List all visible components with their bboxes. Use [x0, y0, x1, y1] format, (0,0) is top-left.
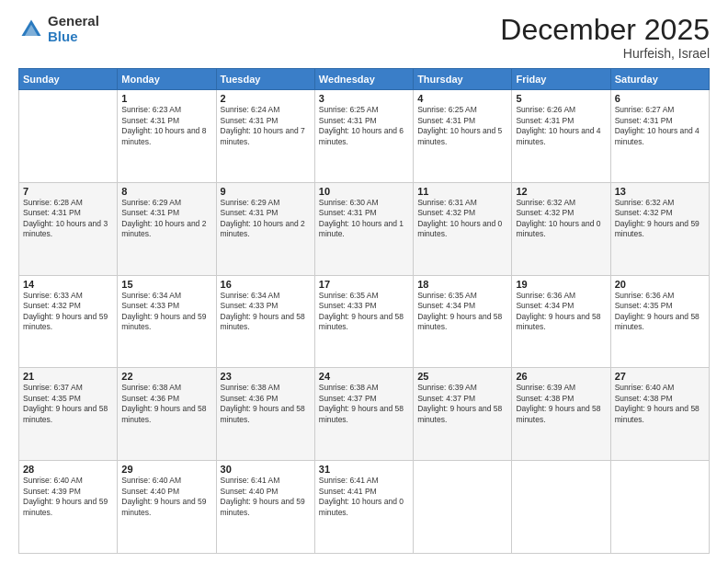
calendar-cell: 23Sunrise: 6:38 AM Sunset: 4:36 PM Dayli… [216, 368, 314, 461]
calendar-cell: 12Sunrise: 6:32 AM Sunset: 4:32 PM Dayli… [512, 182, 610, 275]
day-detail: Sunrise: 6:29 AM Sunset: 4:31 PM Dayligh… [221, 198, 311, 240]
calendar-week-row: 1Sunrise: 6:23 AM Sunset: 4:31 PM Daylig… [19, 90, 710, 183]
day-detail: Sunrise: 6:35 AM Sunset: 4:33 PM Dayligh… [319, 291, 409, 333]
calendar-cell: 31Sunrise: 6:41 AM Sunset: 4:41 PM Dayli… [314, 461, 413, 554]
day-number: 15 [121, 279, 211, 290]
calendar-cell: 9Sunrise: 6:29 AM Sunset: 4:31 PM Daylig… [216, 182, 314, 275]
day-number: 10 [319, 186, 409, 197]
day-number: 16 [221, 279, 311, 290]
day-detail: Sunrise: 6:26 AM Sunset: 4:31 PM Dayligh… [516, 105, 606, 147]
calendar-cell: 2Sunrise: 6:24 AM Sunset: 4:31 PM Daylig… [216, 90, 314, 183]
calendar-table: SundayMondayTuesdayWednesdayThursdayFrid… [18, 68, 710, 554]
day-number: 17 [319, 279, 409, 290]
calendar-cell: 27Sunrise: 6:40 AM Sunset: 4:38 PM Dayli… [610, 368, 709, 461]
day-number: 9 [221, 186, 311, 197]
day-detail: Sunrise: 6:24 AM Sunset: 4:31 PM Dayligh… [221, 105, 311, 147]
day-number: 3 [319, 93, 409, 104]
day-number: 12 [516, 186, 606, 197]
day-of-week-header: Wednesday [314, 69, 413, 90]
calendar-cell: 28Sunrise: 6:40 AM Sunset: 4:39 PM Dayli… [19, 461, 118, 554]
day-detail: Sunrise: 6:29 AM Sunset: 4:31 PM Dayligh… [121, 198, 211, 240]
day-of-week-header: Thursday [414, 69, 512, 90]
day-number: 13 [615, 186, 705, 197]
calendar-cell: 7Sunrise: 6:28 AM Sunset: 4:31 PM Daylig… [19, 182, 118, 275]
day-detail: Sunrise: 6:38 AM Sunset: 4:36 PM Dayligh… [121, 383, 211, 425]
logo-general-text: General [48, 14, 99, 29]
logo-text: General Blue [48, 14, 99, 44]
day-detail: Sunrise: 6:25 AM Sunset: 4:31 PM Dayligh… [417, 105, 507, 147]
day-detail: Sunrise: 6:40 AM Sunset: 4:39 PM Dayligh… [23, 476, 113, 518]
day-of-week-header: Sunday [19, 69, 118, 90]
calendar-cell: 10Sunrise: 6:30 AM Sunset: 4:31 PM Dayli… [314, 182, 413, 275]
day-number: 25 [417, 371, 507, 382]
calendar-cell [19, 90, 118, 183]
day-of-week-header: Tuesday [216, 69, 314, 90]
header: General Blue December 2025 Hurfeish, Isr… [18, 14, 710, 61]
calendar-cell: 13Sunrise: 6:32 AM Sunset: 4:32 PM Dayli… [610, 182, 709, 275]
month-title: December 2025 [500, 14, 710, 46]
calendar-cell [610, 461, 709, 554]
calendar-cell: 11Sunrise: 6:31 AM Sunset: 4:32 PM Dayli… [414, 182, 512, 275]
calendar-week-row: 14Sunrise: 6:33 AM Sunset: 4:32 PM Dayli… [19, 275, 710, 368]
day-detail: Sunrise: 6:33 AM Sunset: 4:32 PM Dayligh… [23, 291, 113, 333]
calendar-cell: 6Sunrise: 6:27 AM Sunset: 4:31 PM Daylig… [610, 90, 709, 183]
day-detail: Sunrise: 6:25 AM Sunset: 4:31 PM Dayligh… [319, 105, 409, 147]
day-of-week-header: Friday [512, 69, 610, 90]
day-number: 6 [615, 93, 705, 104]
calendar-cell [414, 461, 512, 554]
day-detail: Sunrise: 6:35 AM Sunset: 4:34 PM Dayligh… [417, 291, 507, 333]
calendar-cell: 17Sunrise: 6:35 AM Sunset: 4:33 PM Dayli… [314, 275, 413, 368]
day-of-week-header: Monday [118, 69, 216, 90]
day-detail: Sunrise: 6:34 AM Sunset: 4:33 PM Dayligh… [221, 291, 311, 333]
day-number: 2 [221, 93, 311, 104]
logo: General Blue [18, 14, 99, 44]
calendar-cell: 25Sunrise: 6:39 AM Sunset: 4:37 PM Dayli… [414, 368, 512, 461]
day-number: 27 [615, 371, 705, 382]
day-number: 18 [417, 279, 507, 290]
calendar-cell [512, 461, 610, 554]
day-detail: Sunrise: 6:39 AM Sunset: 4:38 PM Dayligh… [516, 383, 606, 425]
calendar-week-row: 7Sunrise: 6:28 AM Sunset: 4:31 PM Daylig… [19, 182, 710, 275]
day-number: 20 [615, 279, 705, 290]
day-number: 29 [121, 464, 211, 475]
day-detail: Sunrise: 6:38 AM Sunset: 4:37 PM Dayligh… [319, 383, 409, 425]
day-number: 1 [121, 93, 211, 104]
calendar-cell: 4Sunrise: 6:25 AM Sunset: 4:31 PM Daylig… [414, 90, 512, 183]
day-detail: Sunrise: 6:32 AM Sunset: 4:32 PM Dayligh… [516, 198, 606, 240]
calendar-cell: 16Sunrise: 6:34 AM Sunset: 4:33 PM Dayli… [216, 275, 314, 368]
day-of-week-header: Saturday [610, 69, 709, 90]
day-detail: Sunrise: 6:28 AM Sunset: 4:31 PM Dayligh… [23, 198, 113, 240]
day-number: 14 [23, 279, 113, 290]
location: Hurfeish, Israel [500, 46, 710, 61]
day-detail: Sunrise: 6:41 AM Sunset: 4:40 PM Dayligh… [221, 476, 311, 518]
day-detail: Sunrise: 6:37 AM Sunset: 4:35 PM Dayligh… [23, 383, 113, 425]
day-detail: Sunrise: 6:36 AM Sunset: 4:35 PM Dayligh… [615, 291, 705, 333]
calendar-cell: 18Sunrise: 6:35 AM Sunset: 4:34 PM Dayli… [414, 275, 512, 368]
day-number: 7 [23, 186, 113, 197]
day-number: 31 [319, 464, 409, 475]
calendar-cell: 5Sunrise: 6:26 AM Sunset: 4:31 PM Daylig… [512, 90, 610, 183]
calendar-cell: 26Sunrise: 6:39 AM Sunset: 4:38 PM Dayli… [512, 368, 610, 461]
page: General Blue December 2025 Hurfeish, Isr… [0, 0, 728, 563]
logo-icon [18, 17, 44, 42]
day-number: 8 [121, 186, 211, 197]
calendar-cell: 29Sunrise: 6:40 AM Sunset: 4:40 PM Dayli… [118, 461, 216, 554]
calendar-cell: 19Sunrise: 6:36 AM Sunset: 4:34 PM Dayli… [512, 275, 610, 368]
day-detail: Sunrise: 6:31 AM Sunset: 4:32 PM Dayligh… [417, 198, 507, 240]
day-detail: Sunrise: 6:38 AM Sunset: 4:36 PM Dayligh… [221, 383, 311, 425]
day-number: 24 [319, 371, 409, 382]
calendar-week-row: 28Sunrise: 6:40 AM Sunset: 4:39 PM Dayli… [19, 461, 710, 554]
calendar-week-row: 21Sunrise: 6:37 AM Sunset: 4:35 PM Dayli… [19, 368, 710, 461]
calendar-cell: 20Sunrise: 6:36 AM Sunset: 4:35 PM Dayli… [610, 275, 709, 368]
calendar-cell: 14Sunrise: 6:33 AM Sunset: 4:32 PM Dayli… [19, 275, 118, 368]
calendar-header-row: SundayMondayTuesdayWednesdayThursdayFrid… [19, 69, 710, 90]
day-number: 5 [516, 93, 606, 104]
calendar-cell: 8Sunrise: 6:29 AM Sunset: 4:31 PM Daylig… [118, 182, 216, 275]
day-number: 30 [221, 464, 311, 475]
day-detail: Sunrise: 6:32 AM Sunset: 4:32 PM Dayligh… [615, 198, 705, 240]
day-detail: Sunrise: 6:40 AM Sunset: 4:38 PM Dayligh… [615, 383, 705, 425]
day-number: 19 [516, 279, 606, 290]
day-detail: Sunrise: 6:41 AM Sunset: 4:41 PM Dayligh… [319, 476, 409, 518]
calendar-cell: 24Sunrise: 6:38 AM Sunset: 4:37 PM Dayli… [314, 368, 413, 461]
day-detail: Sunrise: 6:36 AM Sunset: 4:34 PM Dayligh… [516, 291, 606, 333]
